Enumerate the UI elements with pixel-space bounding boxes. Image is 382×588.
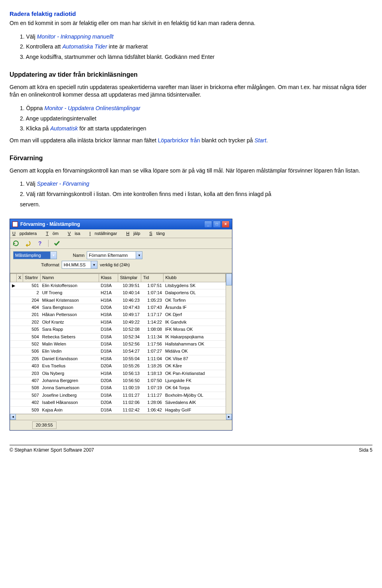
cell-stamplar: 10:40:14	[118, 289, 141, 297]
cell-stamplar: 10:52:34	[118, 333, 141, 340]
cell-stamplar: 10:47:43	[118, 304, 141, 311]
list2-item3: 3. Klicka på Automatisk för att starta u…	[20, 125, 372, 133]
table-row[interactable]: 505Sara RappD18A10:52:081:08:08IFK Moras…	[10, 326, 226, 333]
combo-namn[interactable]: Förnamn Efternamn▼	[87, 251, 142, 259]
table-row[interactable]: 204Mikael KristenssonH18A10:46:231:05:23…	[10, 297, 226, 304]
th-namn[interactable]: Namn	[41, 274, 99, 282]
t: täng	[156, 231, 165, 236]
cell-startnr: 505	[23, 326, 41, 333]
th-startnr[interactable]: Startnr	[23, 274, 41, 282]
th-stamplar[interactable]: Stämplar	[118, 274, 141, 282]
menu-tom[interactable]: Töm	[46, 231, 62, 236]
row-marker	[10, 311, 17, 318]
menu-installningar[interactable]: Inställningar	[90, 231, 121, 236]
scroll-right-icon[interactable]: ►	[226, 414, 232, 420]
list3-item2: 2. Välj rätt förvarningskontroll i lista…	[20, 190, 372, 198]
cell-tid: 1:06:42	[141, 406, 164, 413]
combo-kontroll[interactable]: Målstämpling▼	[13, 251, 57, 259]
cell-x	[17, 370, 23, 377]
heading-uppdatering: Uppdatering av tider från brickinläsning…	[10, 70, 372, 79]
row-marker	[10, 370, 17, 377]
menu-uppdatera[interactable]: Uppdatera	[12, 231, 41, 236]
close-button[interactable]: ×	[222, 221, 230, 228]
table-row[interactable]: 508Jonna SamuelssonD18A11:00:191:07:19OK…	[10, 384, 226, 392]
cell-klass: D18A	[99, 326, 118, 333]
t: 1. Välj	[20, 180, 37, 187]
cell-klass: D18A	[99, 384, 118, 392]
th-x[interactable]: X	[17, 274, 23, 282]
list1-item1: 1. Välj Monitor - Inknappning manuellt	[20, 33, 372, 41]
cell-klass: D18A	[99, 392, 118, 399]
cell-x	[17, 384, 23, 392]
t: 1. Öppna	[20, 105, 45, 111]
label-namn: Namn	[73, 252, 84, 258]
th-marker[interactable]	[10, 274, 17, 282]
t: jälp	[133, 231, 140, 236]
th-klass[interactable]: Klass	[99, 274, 118, 282]
table-row[interactable]: 407Johanna BerggrenD20A10:56:501:07:50Lj…	[10, 377, 226, 384]
th-klubb[interactable]: Klubb	[164, 274, 226, 282]
undo-icon[interactable]	[24, 240, 31, 247]
cell-stamplar: 11:02:42	[118, 406, 141, 413]
row-marker	[10, 406, 17, 413]
vertical-scrollbar[interactable]	[226, 274, 232, 413]
check-icon[interactable]	[53, 240, 60, 247]
table-row[interactable]: 404Sara BengtssonD20A10:47:431:07:43Årsu…	[10, 304, 226, 311]
cell-klass: H18A	[99, 311, 118, 318]
table-row[interactable]: 205Daniel ErlandssonH18A10:55:041:11:04O…	[10, 355, 226, 362]
table-row[interactable]: ▶501Elin KristofferssonD18A10:39:511:07:…	[10, 282, 226, 289]
cell-stamplar: 10:54:27	[118, 348, 141, 355]
row-marker	[10, 326, 17, 333]
cell-klass: H18A	[99, 318, 118, 326]
maximize-button[interactable]: □	[213, 221, 221, 228]
combo-tidformat[interactable]: HH.MM.SS▼	[62, 261, 97, 269]
row-marker	[10, 341, 17, 348]
row-marker	[10, 363, 17, 370]
cell-startnr: 403	[23, 363, 41, 370]
table-row[interactable]: 202Olof KrantzH18A10:49:221:14:22IK Gand…	[10, 318, 226, 326]
cell-klass: D18A	[99, 333, 118, 340]
menu-stang[interactable]: Stäng	[149, 231, 169, 236]
table-row[interactable]: 403Eva TiseliusD20A10:55:261:18:26OK Kår…	[10, 363, 226, 370]
scroll-left-icon[interactable]: ◄	[10, 414, 16, 420]
t: isa	[75, 231, 80, 236]
cell-stamplar: 10:39:51	[118, 282, 141, 289]
cell-x	[17, 333, 23, 340]
scroll-thumb[interactable]	[226, 274, 232, 285]
cell-namn: Josefine Lindberg	[41, 392, 99, 399]
titlebar[interactable]: Förvarning - Målstämpling _ □ ×	[10, 219, 232, 229]
cell-klass: D18A	[99, 282, 118, 289]
cell-tid: 1:07:14	[141, 289, 164, 297]
table-row[interactable]: 504Rebecka SiebersD18A10:52:341:11:34IK …	[10, 333, 226, 340]
cell-namn: Elin Vedin	[41, 348, 99, 355]
table-row[interactable]: 203Ola NybergH18A10:56:131:18:13OK Pan-K…	[10, 370, 226, 377]
help-icon[interactable]: ?	[36, 240, 43, 247]
cell-klubb: Midälva OK	[164, 348, 226, 355]
table-row[interactable]: 402Isabell HåkanssonD20A11:02:061:28:06S…	[10, 399, 226, 406]
cell-stamplar: 10:56:13	[118, 370, 141, 377]
th-tid[interactable]: Tid	[141, 274, 164, 282]
row-marker	[10, 297, 17, 304]
refresh-icon[interactable]	[12, 240, 19, 247]
cell-namn: Isabell Håkansson	[41, 399, 99, 406]
cell-tid: 1:07:51	[141, 282, 164, 289]
cell-startnr: 203	[23, 370, 41, 377]
table-row[interactable]: 509Kajsa AxinD18A11:02:421:06:42Hagaby G…	[10, 406, 226, 413]
cell-startnr: 504	[23, 333, 41, 340]
cell-klass: H18A	[99, 355, 118, 362]
table-row[interactable]: 201Håkan PetterssonH18A10:49:171:17:17OK…	[10, 311, 226, 318]
minimize-button[interactable]: _	[204, 221, 212, 228]
link-automatisk: Automatisk	[50, 125, 78, 132]
table-row[interactable]: 506Elin VedinD18A10:54:271:07:27Midälva …	[10, 348, 226, 355]
menu-hjalp[interactable]: Hjälp	[126, 231, 144, 236]
chevron-down-icon: ▼	[50, 252, 57, 259]
t: för att starta uppdateringen	[78, 125, 146, 132]
table-row[interactable]: 502Malin WelenD18A10:52:561:17:56Hallsta…	[10, 341, 226, 348]
cell-klass: H21A	[99, 289, 118, 297]
menu-visa[interactable]: Visa	[68, 231, 84, 236]
cell-tid: 1:18:13	[141, 370, 164, 377]
table-row[interactable]: 2Ulf TroengH21A10:40:141:07:14Dalaporten…	[10, 289, 226, 297]
table-row[interactable]: 507Josefine LindbergD18A11:01:271:11:27B…	[10, 392, 226, 399]
cell-startnr: 508	[23, 384, 41, 392]
horizontal-scrollbar[interactable]: ◄ ►	[10, 414, 232, 420]
